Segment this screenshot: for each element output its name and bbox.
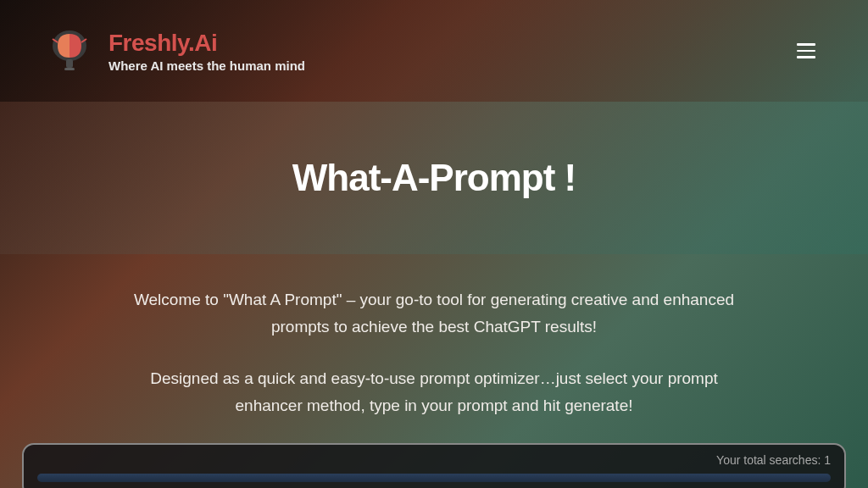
search-count-label: Your total searches: 1	[37, 453, 831, 467]
menu-icon[interactable]	[790, 36, 822, 65]
svg-rect-1	[66, 59, 73, 68]
svg-rect-2	[64, 68, 75, 70]
brand[interactable]: Freshly.Ai Where AI meets the human mind	[46, 27, 305, 75]
content-section: Welcome to "What A Prompt" – your go-to …	[0, 254, 868, 419]
brand-text: Freshly.Ai Where AI meets the human mind	[108, 30, 305, 73]
logo-brain-bulb-icon	[46, 27, 93, 75]
prompt-input[interactable]	[37, 474, 831, 482]
brand-tagline: Where AI meets the human mind	[108, 58, 305, 73]
intro-paragraph-1: Welcome to "What A Prompt" – your go-to …	[129, 286, 739, 341]
intro-paragraph-2: Designed as a quick and easy-to-use prom…	[129, 365, 739, 420]
page-title: What-A-Prompt !	[292, 157, 576, 199]
brand-title: Freshly.Ai	[108, 30, 305, 57]
hero-section: What-A-Prompt !	[0, 102, 868, 254]
prompt-panel: Your total searches: 1	[22, 443, 846, 488]
header: Freshly.Ai Where AI meets the human mind	[0, 0, 868, 102]
